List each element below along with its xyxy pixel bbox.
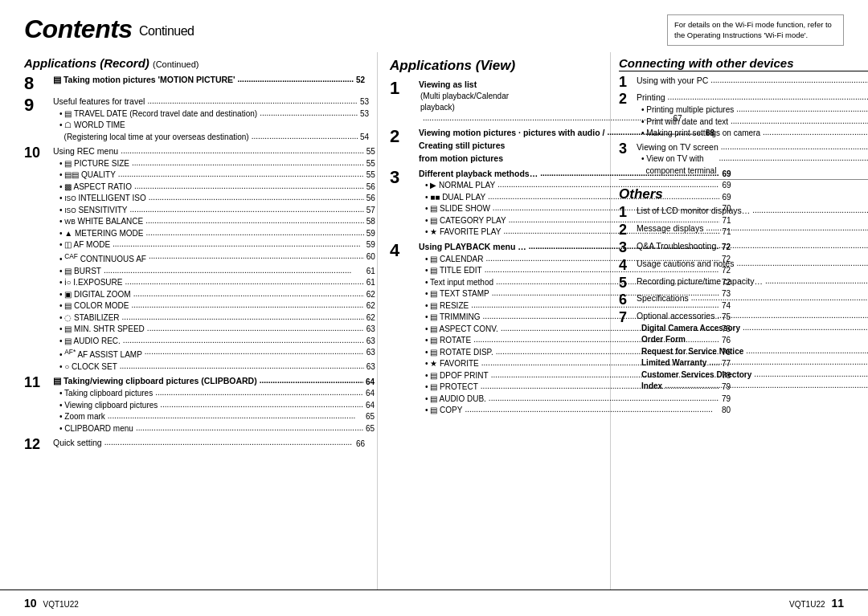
dots xyxy=(260,108,358,120)
entry-text: Different playback methods… xyxy=(419,168,538,181)
entry-text: Viewing motion pictures · pictures with … xyxy=(419,127,604,165)
sub-text: • Taking clipboard pictures xyxy=(59,388,153,400)
entry-body: Using REC menu 55 • ▤ PICTURE SIZE55 • ▤… xyxy=(53,145,375,373)
entry-number: 12 xyxy=(24,437,53,453)
dots xyxy=(252,131,358,143)
entry-text: Printing xyxy=(637,92,665,104)
toc-entry-12: 12 Quick setting 66 xyxy=(24,437,365,453)
page-num: 55 xyxy=(366,145,375,157)
entry-text: Using with your PC xyxy=(637,75,708,88)
header: Contents Continued For details on the Wi… xyxy=(0,0,868,52)
footer-code-left: VQT1U22 xyxy=(43,600,78,609)
toc-entry-8: 8 ▤ Taking motion pictures 'MOTION PICTU… xyxy=(24,74,365,93)
sub-text: • ▩ ASPECT RATIO xyxy=(59,182,132,194)
connecting-entry-1: 1 Using with your PC 81 xyxy=(619,75,868,91)
entry-number: 1 xyxy=(390,79,419,125)
sub-text: • ▲ METERING MODE xyxy=(59,228,144,240)
dots xyxy=(147,95,357,108)
entry-text: Using REC menu xyxy=(53,145,118,158)
left-column: Applications (Record) (Continued) 8 ▤ Ta… xyxy=(0,52,378,589)
sub-text: • ◌ STABILIZER xyxy=(59,312,120,324)
sub-text: • ▤ AUDIO REC. xyxy=(59,336,121,348)
page-num: 64 xyxy=(366,376,375,388)
sub-text: • CAF CONTINUOUS AF xyxy=(59,251,146,266)
sub-text: • i○ I.EXPOSURE xyxy=(59,277,122,289)
footer-code-right: VQT1U22 xyxy=(789,600,825,609)
dots xyxy=(104,436,354,449)
toc-entry-9: 9 Useful features for travel 53 • ▤ TRAV… xyxy=(24,96,365,143)
middle-column: Applications (View) 1 Viewing as list (M… xyxy=(378,52,611,589)
view-entry-3: 3 Different playback methods… 69 • ▶ NOR… xyxy=(390,168,602,239)
sub-text: • ▤▤ QUALITY xyxy=(59,169,116,182)
continued-label: Continued xyxy=(139,24,194,38)
left-section-title: Applications (Record) (Continued) xyxy=(24,56,365,70)
entry-number: 11 xyxy=(24,375,53,434)
entry-text: Useful features for travel xyxy=(53,96,145,108)
entry-number: 1 xyxy=(619,75,637,91)
sub-text: • Viewing clipboard pictures xyxy=(59,400,158,412)
sub-text: • WB WHITE BALANCE xyxy=(59,216,143,228)
entry-text: ▤ Taking/viewing clipboard pictures (CLI… xyxy=(53,375,257,388)
sub-text: • ▤ TRAVEL DATE (Record travel date and … xyxy=(59,108,257,120)
footer-left: 10 VQT1U22 xyxy=(24,597,79,610)
entry-body: Quick setting 66 xyxy=(53,437,365,453)
page-num: 54 xyxy=(360,132,369,144)
sub-text: • Zoom mark xyxy=(59,411,105,423)
main-content: Applications (Record) (Continued) 8 ▤ Ta… xyxy=(0,52,868,589)
page: Contents Continued For details on the Wi… xyxy=(0,0,868,616)
entry-number: 2 xyxy=(390,127,419,165)
view-entry-4: 4 Using PLAYBACK menu … 72 • ▤ CALENDAR7… xyxy=(390,241,602,417)
wifi-note: For details on the Wi-Fi mode function, … xyxy=(667,14,844,46)
entry-text: Quick setting xyxy=(53,437,102,450)
page-num: 53 xyxy=(360,108,369,120)
toc-entry-11: 11 ▤ Taking/viewing clipboard pictures (… xyxy=(24,375,365,434)
footer: 10 VQT1U22 VQT1U22 11 xyxy=(0,589,868,616)
sub-text: • ▤ MIN. SHTR SPEED xyxy=(59,324,145,336)
entry-body: ▤ Taking motion pictures 'MOTION PICTURE… xyxy=(53,74,365,93)
sub-text: • ▣ DIGITAL ZOOM xyxy=(59,289,131,301)
sub-text: (Registering local time at your overseas… xyxy=(59,132,249,144)
middle-section-title: Applications (View) xyxy=(390,56,602,74)
entry-number: 9 xyxy=(24,96,53,143)
connecting-header: Connecting with other devices xyxy=(619,56,868,71)
page-num: 52 xyxy=(356,74,365,86)
sub-text: • ISO SENSITIVITY xyxy=(59,205,128,217)
entry-body: Using with your PC 81 xyxy=(637,75,868,91)
entry-body: Useful features for travel 53 • ▤ TRAVEL… xyxy=(53,96,369,143)
entry-text: Using PLAYBACK menu … xyxy=(419,241,526,254)
sub-text: • ○ CLOCK SET xyxy=(59,361,117,373)
footer-page-left: 10 xyxy=(24,597,37,610)
entry-number: 4 xyxy=(390,241,419,417)
entry-number: 10 xyxy=(24,145,53,373)
footer-page-right: 11 xyxy=(831,597,844,610)
entry-text: Viewing as list xyxy=(419,79,477,92)
dots xyxy=(121,145,364,157)
entry-number: 8 xyxy=(24,74,53,93)
sub-text: • ☖ WORLD TIME xyxy=(59,120,125,132)
entry-text: ▤ Taking motion pictures 'MOTION PICTURE… xyxy=(53,74,235,87)
sub-text: • ◫ AF MODE xyxy=(59,239,110,251)
sub-text: • AF* AF ASSIST LAMP xyxy=(59,347,142,361)
dots xyxy=(260,374,363,387)
entry-number: 3 xyxy=(390,168,419,239)
entry-body: ▤ Taking/viewing clipboard pictures (CLI… xyxy=(53,375,375,434)
view-entry-1: 1 Viewing as list (Multi playback/Calend… xyxy=(390,79,602,125)
page-num: 66 xyxy=(356,438,365,450)
page-num: 53 xyxy=(360,96,369,108)
sub-text: • CLIPBOARD menu xyxy=(59,423,133,435)
toc-entry-10: 10 Using REC menu 55 • ▤ PICTURE SIZE55 … xyxy=(24,145,365,373)
sub-text: • ISO INTELLIGENT ISO xyxy=(59,193,146,205)
main-title: Contents Continued xyxy=(24,14,667,44)
footer-right: VQT1U22 11 xyxy=(789,597,844,610)
sub-text: • ▤ COLOR MODE xyxy=(59,300,129,312)
entry-body: Different playback methods… 69 • ▶ NORMA… xyxy=(419,168,731,239)
sub-text: • ▤ PICTURE SIZE xyxy=(59,158,129,170)
title-text: Contents xyxy=(24,14,133,43)
dots xyxy=(238,73,354,86)
view-entry-2: 2 Viewing motion pictures · pictures wit… xyxy=(390,127,602,165)
sub-text: • ▤ BURST xyxy=(59,266,101,278)
entry-text: Viewing on TV screen xyxy=(637,141,719,154)
